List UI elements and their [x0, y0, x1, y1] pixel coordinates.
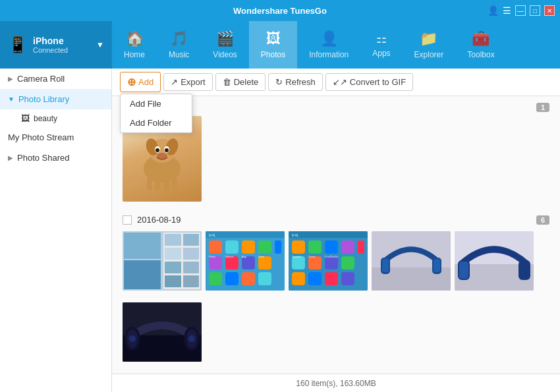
svg-rect-33 [209, 256, 222, 269]
photo-thumb-iphone1[interactable]: 9:41 [206, 231, 285, 291]
section-header-left: 2016-08-19 [123, 215, 181, 225]
explorer-icon: 📁 [420, 30, 437, 47]
device-panel[interactable]: 📱 iPhone Connected ▼ [0, 21, 112, 69]
iphone-screen-1-svg: 9:41 [206, 231, 285, 291]
svg-text:9:41: 9:41 [292, 233, 298, 237]
arrow-icon-shared: ▶ [8, 154, 13, 161]
device-dropdown-arrow[interactable]: ▼ [96, 40, 104, 49]
svg-rect-57 [292, 272, 305, 285]
dropdown-add-folder[interactable]: Add Folder [121, 113, 192, 132]
device-status: Connected [33, 46, 96, 54]
navbar: 📱 iPhone Connected ▼ 🏠 Home 🎵 Music 🎬 Vi… [0, 21, 560, 69]
section-checkbox[interactable] [123, 215, 132, 225]
svg-point-7 [165, 148, 169, 152]
svg-rect-12 [172, 179, 177, 190]
user-icon[interactable]: 👤 [488, 5, 499, 16]
menu-icon[interactable]: ☰ [503, 5, 511, 16]
convert-gif-button[interactable]: ↙↗ Convert to GIF [325, 73, 413, 91]
sidebar-item-photo-library[interactable]: ▼ Photo Library [0, 89, 111, 109]
svg-rect-17 [165, 234, 181, 246]
sidebar-item-beauty[interactable]: 🖼 beauty [13, 109, 111, 127]
svg-rect-9 [147, 179, 152, 190]
svg-rect-36 [258, 256, 271, 269]
main-layout: ▶ Camera Roll ▼ Photo Library 🖼 beauty M… [0, 69, 560, 392]
photo-thumb-headphones1[interactable] [372, 231, 451, 291]
screenshot-collage [123, 231, 202, 291]
tab-home[interactable]: 🏠 Home [112, 21, 157, 69]
photo-grid-2016: 9:41 [120, 229, 552, 293]
svg-rect-23 [165, 275, 181, 287]
status-text: 160 item(s), 163.60MB [296, 379, 376, 388]
svg-rect-31 [258, 240, 271, 254]
tab-photos[interactable]: 🖼 Photos [249, 21, 297, 69]
tab-information[interactable]: 👤 Information [297, 21, 360, 69]
svg-rect-56 [341, 256, 354, 269]
information-icon: 👤 [320, 30, 338, 47]
add-label: Add [138, 77, 154, 87]
svg-rect-53 [292, 256, 305, 269]
maximize-btn[interactable]: □ [530, 5, 540, 16]
svg-rect-54 [308, 256, 322, 269]
add-file-label: Add File [130, 99, 161, 109]
svg-rect-15 [124, 260, 161, 289]
add-button[interactable]: ⊕ Add [120, 72, 161, 92]
window-controls: 👤 ☰ — □ ✕ [488, 5, 555, 16]
app-title: Wondershare TunesGo [233, 6, 327, 16]
arrow-icon-open: ▼ [8, 96, 14, 103]
music-icon: 🎵 [170, 30, 188, 47]
export-button[interactable]: ↗ Export [163, 73, 213, 91]
tab-toolbox[interactable]: 🧰 Toolbox [455, 21, 506, 69]
svg-rect-29 [225, 240, 238, 254]
svg-rect-19 [165, 248, 181, 260]
photo-thumb-headphones3[interactable] [123, 302, 202, 362]
tab-apps[interactable]: ⚏ Apps [360, 21, 402, 69]
refresh-button[interactable]: ↻ Refresh [268, 73, 323, 91]
svg-rect-74 [459, 262, 468, 279]
section-date: 2016-08-19 [137, 215, 181, 225]
photo-thumb-headphones2[interactable] [455, 231, 534, 291]
svg-rect-49 [308, 240, 322, 254]
delete-label: Delete [234, 77, 259, 87]
videos-icon: 🎬 [216, 30, 234, 47]
tab-explorer[interactable]: 📁 Explorer [403, 21, 456, 69]
photo-thumb-iphone2[interactable]: 9:41 [289, 231, 368, 291]
add-icon: ⊕ [127, 76, 136, 88]
svg-rect-50 [325, 240, 338, 254]
photo-thumb-screenshot[interactable] [123, 231, 202, 291]
device-icon: 📱 [8, 36, 28, 54]
toolbar: ⊕ Add Add File Add Folder ↗ Export 🗑 Del… [112, 69, 560, 96]
svg-text:Stream: Stream [225, 255, 235, 258]
minimize-btn[interactable]: — [515, 5, 526, 16]
section-count-1: 1 [536, 103, 549, 112]
svg-rect-20 [183, 248, 199, 260]
add-dropdown: Add File Add Folder [120, 94, 192, 133]
section-count-6: 6 [536, 215, 549, 225]
tab-music-label: Music [169, 50, 189, 59]
refresh-label: Refresh [285, 77, 316, 87]
photo-area: 1 [112, 96, 560, 374]
tab-music[interactable]: 🎵 Music [157, 21, 201, 69]
delete-button[interactable]: 🗑 Delete [215, 73, 266, 91]
sidebar: ▶ Camera Roll ▼ Photo Library 🖼 beauty M… [0, 69, 112, 392]
svg-rect-39 [242, 272, 255, 285]
photo-grid-headphones-bottom [120, 300, 552, 364]
headphones-2-svg [455, 231, 534, 291]
dog-image [132, 126, 192, 192]
tab-photos-label: Photos [261, 50, 285, 59]
convert-gif-label: Convert to GIF [350, 77, 406, 87]
svg-text:TunesGo: TunesGo [292, 256, 301, 258]
sidebar-item-photo-shared[interactable]: ▶ Photo Shared [0, 148, 111, 168]
svg-point-6 [155, 148, 159, 152]
svg-rect-37 [209, 272, 222, 285]
sidebar-photo-library-label: Photo Library [18, 94, 69, 104]
close-btn[interactable]: ✕ [544, 5, 555, 16]
sidebar-item-camera-roll[interactable]: ▶ Camera Roll [0, 69, 111, 89]
headphones-3-svg [123, 302, 202, 362]
convert-gif-icon: ↙↗ [333, 77, 347, 87]
svg-rect-73 [518, 260, 530, 280]
add-folder-label: Add Folder [130, 118, 172, 128]
tab-videos[interactable]: 🎬 Videos [201, 21, 248, 69]
dropdown-add-file[interactable]: Add File [121, 94, 192, 113]
sidebar-item-my-photo-stream[interactable]: My Photo Stream [0, 127, 111, 148]
sidebar-beauty-label: beauty [34, 114, 57, 123]
